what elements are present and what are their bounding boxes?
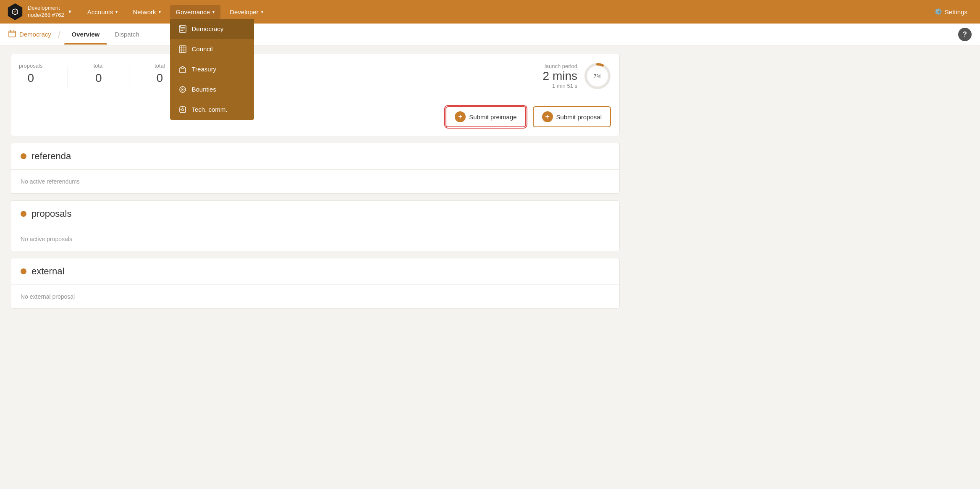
svg-rect-12 bbox=[180, 107, 186, 113]
nav-settings[interactable]: ⚙️ Settings bbox=[928, 5, 973, 19]
brand-logo bbox=[7, 3, 24, 20]
tab-overview[interactable]: Overview bbox=[64, 24, 107, 45]
top-nav: Development node/268 #762 ▾ Accounts ▾ N… bbox=[0, 0, 980, 24]
tech-comm-icon bbox=[178, 105, 187, 114]
external-header: external bbox=[10, 258, 619, 285]
launch-period: launch period 2 mins 1 min 51 s 7% bbox=[543, 63, 611, 89]
svg-point-13 bbox=[181, 108, 183, 110]
referenda-header: referenda bbox=[10, 143, 619, 170]
referenda-empty: No active referendums bbox=[10, 170, 619, 193]
accounts-arrow-icon: ▾ bbox=[115, 10, 118, 14]
calendar-icon bbox=[8, 30, 16, 39]
developer-arrow-icon: ▾ bbox=[261, 10, 263, 14]
bounties-icon bbox=[178, 85, 187, 94]
stat-divider-2 bbox=[129, 67, 129, 88]
stat-divider-1 bbox=[68, 67, 68, 88]
brand-text: Development node/268 #762 bbox=[28, 5, 64, 19]
submit-proposal-plus-icon: + bbox=[542, 111, 553, 122]
progress-label: 7% bbox=[594, 73, 602, 79]
dropdown-tech-comm[interactable]: Tech. comm. bbox=[170, 100, 254, 120]
brand-dropdown-icon: ▾ bbox=[68, 8, 71, 16]
nav-governance[interactable]: Governance ▾ bbox=[170, 5, 221, 19]
stat-total-2: total 0 bbox=[155, 63, 165, 85]
external-dot bbox=[21, 268, 26, 274]
svg-rect-2 bbox=[179, 46, 186, 53]
action-row: + Submit preimage + Submit proposal bbox=[10, 102, 619, 136]
network-arrow-icon: ▾ bbox=[159, 10, 161, 14]
referenda-dot bbox=[21, 153, 26, 159]
svg-marker-7 bbox=[180, 66, 186, 72]
referenda-section: referenda No active referendums bbox=[10, 143, 620, 194]
proposals-empty: No active proposals bbox=[10, 227, 619, 251]
dropdown-treasury[interactable]: Treasury bbox=[170, 59, 254, 79]
dropdown-bounties[interactable]: Bounties bbox=[170, 79, 254, 100]
external-section: external No external proposal bbox=[10, 258, 620, 309]
main-content: proposals 0 total 0 total 0 launch perio… bbox=[0, 45, 630, 324]
governance-dropdown: Democracy Council bbox=[170, 19, 254, 120]
submit-preimage-button[interactable]: + Submit preimage bbox=[445, 106, 526, 127]
treasury-icon bbox=[178, 65, 187, 74]
svg-rect-1 bbox=[179, 26, 181, 27]
svg-rect-18 bbox=[9, 31, 16, 37]
brand[interactable]: Development node/268 #762 ▾ bbox=[7, 3, 71, 20]
nav-network[interactable]: Network ▾ bbox=[127, 5, 166, 19]
governance-arrow-icon: ▾ bbox=[212, 10, 215, 14]
submit-proposal-button[interactable]: + Submit proposal bbox=[533, 106, 611, 127]
subnav-divider: / bbox=[58, 29, 61, 40]
proposals-section: proposals No active proposals bbox=[10, 200, 620, 251]
proposals-dot bbox=[21, 211, 26, 217]
council-icon bbox=[178, 45, 187, 53]
nav-accounts[interactable]: Accounts ▾ bbox=[81, 5, 124, 19]
stat-proposals: proposals 0 bbox=[19, 63, 42, 85]
dropdown-council[interactable]: Council bbox=[170, 39, 254, 59]
dropdown-democracy[interactable]: Democracy bbox=[170, 19, 254, 39]
launch-text: launch period 2 mins 1 min 51 s bbox=[543, 63, 577, 89]
submit-preimage-plus-icon: + bbox=[455, 111, 466, 122]
external-empty: No external proposal bbox=[10, 285, 619, 308]
stats-row: proposals 0 total 0 total 0 launch perio… bbox=[10, 54, 619, 102]
stat-total-1: total 0 bbox=[93, 63, 104, 85]
democracy-icon bbox=[178, 25, 187, 33]
nav-governance-container: Governance ▾ Democracy bbox=[170, 5, 221, 19]
settings-gear-icon: ⚙️ bbox=[934, 8, 942, 16]
subnav-democracy-label: Democracy bbox=[8, 30, 51, 39]
nav-developer[interactable]: Developer ▾ bbox=[224, 5, 269, 19]
proposals-header: proposals bbox=[10, 201, 619, 227]
help-button[interactable]: ? bbox=[958, 28, 972, 41]
svg-point-11 bbox=[182, 89, 183, 90]
progress-circle: 7% bbox=[584, 63, 611, 89]
sub-nav: Democracy / Overview Dispatch ? bbox=[0, 24, 980, 45]
tab-dispatch[interactable]: Dispatch bbox=[107, 24, 147, 45]
